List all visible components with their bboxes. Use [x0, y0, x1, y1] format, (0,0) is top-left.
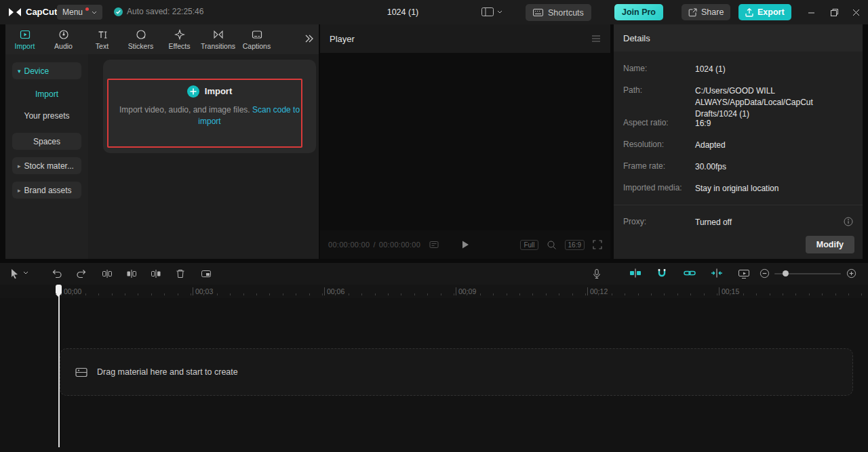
logo-text: CapCut	[26, 7, 57, 17]
player-viewport	[320, 53, 610, 230]
project-title: 1024 (1)	[362, 7, 443, 17]
aspect-ratio-badge[interactable]: 16:9	[565, 240, 585, 250]
record-voiceover-icon[interactable]	[591, 268, 602, 279]
audio-tab-icon	[58, 29, 69, 40]
tab-audio[interactable]: Audio	[44, 24, 83, 54]
field-value: Adapted	[695, 140, 853, 151]
play-button[interactable]	[461, 240, 470, 249]
chevron-down-icon	[92, 11, 97, 14]
tab-label: Text	[96, 42, 108, 50]
chevron-right-icon: ▸	[18, 187, 21, 194]
menu-button[interactable]: Menu	[57, 5, 102, 20]
autosave-status: Auto saved: 22:25:46	[114, 7, 203, 16]
field-label: Name:	[623, 64, 695, 75]
tab-transitions[interactable]: Transitions	[199, 24, 237, 54]
sidebar-item-label: Import	[35, 89, 58, 99]
tab-import[interactable]: Import	[5, 24, 44, 54]
chevron-right-icon: ▸	[18, 163, 21, 169]
tab-label: Captions	[243, 42, 271, 50]
mask-icon[interactable]	[201, 268, 212, 279]
delete-left-icon[interactable]	[126, 268, 137, 279]
import-media-card[interactable]: Import Import video, audio, and image fi…	[103, 60, 316, 153]
field-value: C:/Users/GOOD WILL ALWAYS/AppData/Local/…	[695, 85, 853, 119]
field-value: Stay in original location	[695, 183, 853, 194]
link-clips-icon[interactable]	[684, 268, 696, 278]
media-tab-bar: Import Audio Text Stickers Effects	[5, 24, 319, 54]
captions-tab-icon	[252, 29, 262, 40]
ruler-label: 00:06	[324, 287, 344, 295]
plus-circle-icon	[187, 85, 199, 98]
timeline-tracks-area[interactable]: Drag material here and start to create	[0, 298, 868, 452]
snapping-magnet-icon[interactable]	[656, 268, 667, 278]
tab-effects[interactable]: Effects	[160, 24, 199, 54]
timecode-display: 00:00:00:00 / 00:00:00:00	[328, 241, 439, 249]
restore-window-button[interactable]	[826, 4, 842, 20]
tab-label: Import	[15, 42, 35, 50]
total-time: 00:00:00:00	[379, 241, 420, 249]
join-pro-label: Join Pro	[622, 7, 656, 17]
timeline-ruler[interactable]: 00:00 00:03 00:06 00:09 00:12 00:15	[0, 285, 868, 298]
layout-icon	[481, 7, 494, 16]
split-icon[interactable]	[102, 268, 113, 279]
tab-label: Effects	[169, 42, 191, 50]
field-label: Proxy:	[623, 217, 695, 228]
player-controls: 00:00:00:00 / 00:00:00:00 Full 16:9	[320, 230, 610, 259]
zoom-slider-knob[interactable]	[783, 270, 789, 276]
import-tab-icon	[20, 29, 31, 40]
join-pro-button[interactable]: Join Pro	[614, 4, 663, 20]
export-label: Export	[757, 7, 785, 17]
share-button[interactable]: Share	[682, 4, 730, 20]
sidebar-item-spaces[interactable]: Spaces	[12, 133, 81, 150]
ruler-label: 00:12	[587, 287, 608, 295]
preview-quality-icon[interactable]	[738, 268, 750, 279]
close-button[interactable]	[848, 4, 864, 20]
modify-button[interactable]: Modify	[806, 236, 854, 253]
tab-label: Stickers	[128, 42, 153, 50]
zoom-fit-icon[interactable]	[547, 240, 557, 250]
redo-icon[interactable]	[76, 268, 87, 279]
detail-row-imported-media: Imported media: Stay in original locatio…	[623, 183, 853, 194]
effects-tab-icon	[174, 29, 185, 40]
select-tool-icon[interactable]	[9, 268, 20, 279]
check-circle-icon	[114, 7, 123, 16]
minimize-button[interactable]	[803, 4, 819, 20]
tab-captions[interactable]: Captions	[237, 24, 276, 54]
sidebar-item-brand-assets[interactable]: ▸ Brand assets	[12, 182, 81, 199]
zoom-out-icon[interactable]	[760, 268, 770, 279]
tab-stickers[interactable]: Stickers	[121, 24, 160, 54]
sidebar-item-your-presets[interactable]: Your presets	[5, 111, 88, 121]
playhead-line[interactable]	[58, 285, 60, 447]
playhead-handle[interactable]	[56, 285, 62, 294]
zoom-in-icon[interactable]	[846, 268, 856, 279]
duration-settings-icon[interactable]	[429, 241, 439, 249]
export-button[interactable]: Export	[738, 4, 791, 20]
sidebar-item-label: Stock mater...	[24, 161, 74, 171]
media-sidebar: ▾ Device Import Your presets Spaces ▸ St…	[5, 54, 88, 259]
player-menu-icon[interactable]	[591, 35, 601, 42]
sidebar-item-import[interactable]: Import	[5, 89, 88, 99]
auto-align-icon[interactable]	[711, 268, 723, 278]
shortcuts-button[interactable]: Shortcuts	[526, 4, 591, 21]
preview-axis-icon[interactable]	[629, 268, 642, 278]
chevron-down-icon[interactable]	[23, 271, 28, 274]
undo-icon[interactable]	[52, 268, 62, 279]
full-quality-badge[interactable]: Full	[520, 240, 538, 250]
delete-icon[interactable]	[175, 268, 186, 279]
layout-switch-button[interactable]	[481, 7, 502, 16]
fullscreen-icon[interactable]	[593, 240, 602, 249]
title-bar: CapCut Menu Auto saved: 22:25:46 1024 (1…	[0, 0, 868, 24]
divider	[614, 205, 863, 205]
sidebar-item-stock-materials[interactable]: ▸ Stock mater...	[12, 157, 81, 174]
current-time: 00:00:00:00	[328, 241, 370, 249]
more-tabs-button[interactable]	[304, 33, 315, 44]
text-tab-icon	[97, 29, 108, 40]
sidebar-item-label: Device	[24, 66, 50, 76]
tab-text[interactable]: Text	[83, 24, 121, 54]
info-icon[interactable]	[844, 217, 853, 226]
delete-right-icon[interactable]	[151, 268, 161, 279]
sidebar-item-device[interactable]: ▾ Device	[12, 62, 81, 79]
share-icon	[688, 8, 697, 17]
field-label: Imported media:	[623, 183, 695, 194]
time-separator: /	[373, 241, 375, 249]
empty-track-drop-zone[interactable]: Drag material here and start to create	[60, 348, 853, 396]
